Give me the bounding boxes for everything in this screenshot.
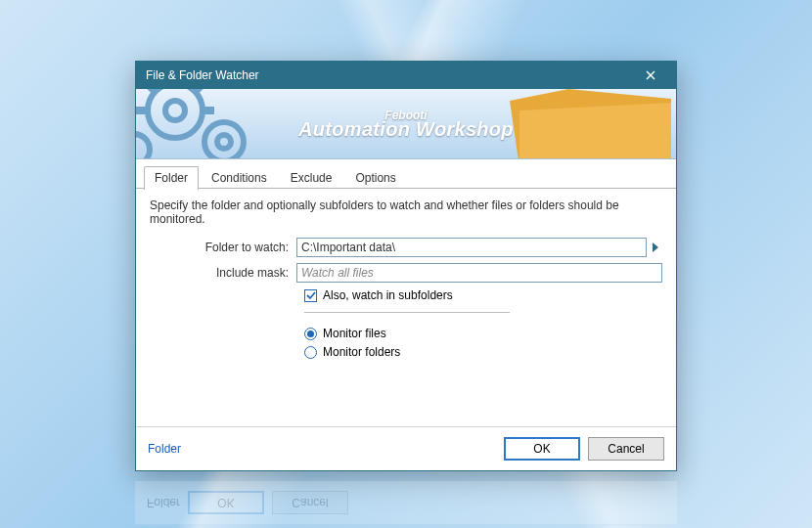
dialog-footer: Folder OK Cancel <box>136 426 676 470</box>
watch-subfolders-label: Also, watch in subfolders <box>323 288 453 302</box>
window-title: File & Folder Watcher <box>146 68 633 82</box>
tab-panel-folder: Specify the folder and optionally subfol… <box>136 189 676 426</box>
include-mask-input[interactable] <box>296 263 662 283</box>
tab-exclude[interactable]: Exclude <box>280 166 343 190</box>
tab-options[interactable]: Options <box>344 166 406 190</box>
folder-to-watch-label: Folder to watch: <box>150 241 296 254</box>
include-mask-label: Include mask: <box>150 266 296 280</box>
watch-subfolders-checkbox[interactable]: Also, watch in subfolders <box>304 288 662 302</box>
monitor-files-radio[interactable]: Monitor files <box>304 327 662 340</box>
cancel-button[interactable]: Cancel <box>588 437 664 461</box>
monitor-folders-label: Monitor folders <box>323 345 400 359</box>
close-button[interactable] <box>633 65 668 86</box>
radio-icon <box>304 346 317 359</box>
chevron-right-icon <box>652 242 659 253</box>
monitor-folders-radio[interactable]: Monitor folders <box>304 345 662 359</box>
dialog-window: File & Folder Watcher <box>135 61 677 471</box>
banner: Febooti Automation Workshop <box>136 89 676 159</box>
tab-description: Specify the folder and optionally subfol… <box>150 198 662 226</box>
help-link[interactable]: Folder <box>148 442 181 456</box>
svg-marker-14 <box>653 242 658 252</box>
brand-big: Automation Workshop <box>136 118 676 141</box>
titlebar: File & Folder Watcher <box>136 62 676 89</box>
tab-folder[interactable]: Folder <box>144 166 199 190</box>
divider <box>304 312 510 313</box>
checkbox-icon <box>304 289 317 302</box>
brand-text: Febooti Automation Workshop <box>136 109 676 141</box>
monitor-files-label: Monitor files <box>323 327 386 340</box>
ok-button[interactable]: OK <box>504 437 580 461</box>
close-icon <box>646 70 655 80</box>
tabstrip: Folder Conditions Exclude Options <box>136 159 676 189</box>
tab-conditions[interactable]: Conditions <box>201 166 278 190</box>
browse-folder-button[interactable] <box>649 238 662 257</box>
radio-icon <box>304 328 317 340</box>
folder-to-watch-input[interactable] <box>296 238 647 257</box>
